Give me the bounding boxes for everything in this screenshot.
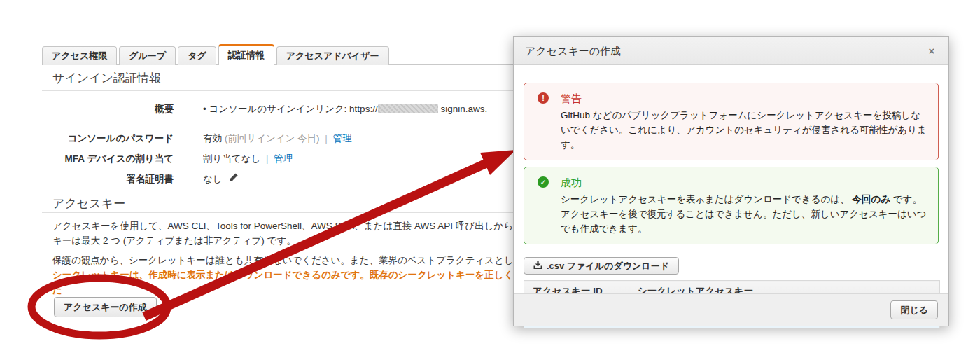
warning-alert: ! 警告 GitHub などのパブリックプラットフォームにシークレットアクセスキ… — [524, 83, 939, 160]
pencil-edit-icon[interactable] — [229, 173, 238, 184]
close-button[interactable]: 閉じる — [890, 300, 938, 319]
modal-header: アクセスキーの作成 × — [514, 37, 948, 65]
console-signin-link: • コンソールのサインインリンク: https:// signin.aws. — [203, 103, 517, 116]
create-access-key-button[interactable]: アクセスキーの作成 — [54, 297, 157, 317]
success-title: 成功 — [561, 175, 927, 190]
warning-icon: ! — [538, 92, 549, 104]
section-divider — [42, 90, 517, 91]
download-csv-button[interactable]: .csv ファイルのダウンロード — [524, 257, 679, 275]
signin-link-suffix: signin.aws. — [440, 104, 487, 114]
cert-status: なし — [203, 174, 223, 184]
check-icon: ✓ — [538, 176, 549, 188]
mfa-label: MFA デバイスの割り当て — [42, 153, 174, 165]
download-csv-label: .csv ファイルのダウンロード — [547, 260, 669, 272]
manage-password-link[interactable]: 管理 — [333, 133, 352, 144]
success-text: シークレットアクセスキーを表示またはダウンロードできるのは、 今回のみ です。ア… — [561, 192, 927, 236]
separator: | — [322, 133, 330, 144]
success-text-bold: 今回のみ — [852, 194, 890, 205]
access-keys-paragraph: アクセスキーを使用して、AWS CLI、Tools for PowerShell… — [52, 219, 517, 233]
tab-access-advisor[interactable]: アクセスアドバイザー — [276, 46, 389, 65]
tab-security-credentials[interactable]: 認証情報 — [218, 44, 274, 65]
section-divider — [42, 212, 517, 213]
protection-paragraph: 保護の観点から、シークレットキーは誰とも共有しないでください。また、業界のベスト… — [52, 253, 517, 268]
password-status: 有効 — [203, 133, 222, 144]
modal-body: ! 警告 GitHub などのパブリックプラットフォームにシークレットアクセスキ… — [514, 65, 948, 328]
console-password-label: コンソールのパスワード — [42, 132, 174, 145]
manage-mfa-link[interactable]: 管理 — [274, 153, 293, 164]
signing-cert-label: 署名証明書 — [42, 173, 174, 186]
warning-text: GitHub などのパブリックプラットフォームにシークレットアクセスキーを投稿し… — [561, 108, 927, 152]
bullet-icon: • — [203, 104, 206, 114]
close-icon[interactable]: × — [925, 44, 939, 58]
screenshot-canvas: アクセス権限 グループ タグ 認証情報 アクセスアドバイザー サインイン認証情報… — [0, 0, 980, 360]
iam-user-page: アクセス権限 グループ タグ 認証情報 アクセスアドバイザー サインイン認証情報… — [0, 0, 517, 360]
console-password-value: 有効 (前回サインイン 今日) | 管理 — [203, 132, 517, 145]
tab-tags[interactable]: タグ — [178, 46, 216, 65]
mfa-value: 割り当てなし | 管理 — [203, 153, 517, 165]
signing-cert-value: なし — [203, 173, 517, 186]
success-alert: ✓ 成功 シークレットアクセスキーを表示またはダウンロードできるのは、 今回のみ… — [524, 167, 939, 244]
download-icon — [533, 261, 542, 272]
redacted-account-alias — [378, 104, 438, 113]
tab-access-permissions[interactable]: アクセス権限 — [42, 46, 117, 65]
modal-footer: 閉じる — [514, 293, 948, 326]
create-access-key-modal: アクセスキーの作成 × ! 警告 GitHub などのパブリックプラットフォーム… — [513, 36, 949, 326]
tabbar: アクセス権限 グループ タグ 認証情報 アクセスアドバイザー — [42, 44, 391, 65]
success-text-before: シークレットアクセスキーを表示またはダウンロードできるのは、 — [561, 194, 852, 205]
signin-link-text: コンソールのサインインリンク: https:// — [209, 104, 378, 114]
summary-label: 概要 — [42, 103, 174, 116]
access-keys-paragraph: キーは最大 2 つ (アクティブまたは非アクティブ) です。 — [52, 233, 517, 248]
secret-key-warning-text: た — [52, 282, 517, 297]
secret-key-warning-text: シークレットキーは、作成時に表示またはダウンロードできるのみです。既存のシークレ… — [52, 268, 517, 282]
modal-title: アクセスキーの作成 — [525, 45, 621, 57]
signin-section-title: サインイン認証情報 — [52, 70, 161, 86]
warning-title: 警告 — [561, 91, 927, 106]
separator: | — [263, 153, 272, 164]
access-keys-title: アクセスキー — [52, 195, 125, 212]
mfa-status: 割り当てなし — [203, 153, 260, 164]
last-signin-note: (前回サインイン 今日) — [225, 133, 320, 144]
summary-divider — [203, 120, 517, 120]
tab-groups[interactable]: グループ — [119, 46, 176, 65]
